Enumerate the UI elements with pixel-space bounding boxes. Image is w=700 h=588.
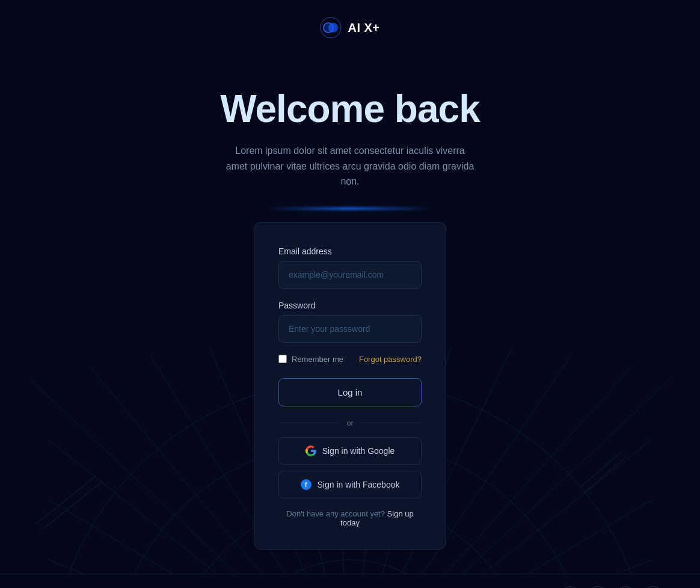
google-signin-label: Sign in with Google [322, 446, 395, 456]
google-icon [305, 446, 316, 456]
svg-line-26 [42, 482, 102, 530]
password-input[interactable] [278, 315, 422, 343]
hero-title: Welcome back [12, 87, 688, 131]
right-deco [580, 452, 628, 500]
hero-section: Welcome back Lorem ipsum dolor sit amet … [0, 51, 700, 228]
svg-line-28 [585, 456, 627, 492]
svg-line-25 [36, 476, 96, 524]
logo-icon [320, 17, 342, 38]
left-deco [36, 476, 108, 548]
password-label: Password [278, 301, 422, 310]
logo-wrapper: AI X+ [320, 17, 379, 38]
google-signin-button[interactable]: Sign in with Google [278, 437, 422, 465]
checkbox-row: Remember me Forgot password? [278, 355, 422, 364]
or-text: or [346, 418, 354, 427]
page-wrapper: AI X+ Welcome back Lorem ipsum dolor sit… [0, 0, 700, 588]
email-label: Email address [278, 247, 422, 256]
or-divider: or [278, 418, 422, 427]
hero-subtitle: Lorem ipsum dolor sit amet consectetur i… [224, 143, 476, 189]
login-button[interactable]: Log in [278, 378, 422, 406]
facebook-signin-label: Sign in with Facebook [318, 480, 400, 489]
or-line-right [361, 423, 422, 423]
top-nav: AI X+ [0, 0, 700, 51]
remember-label[interactable]: Remember me [292, 355, 343, 364]
facebook-signin-button[interactable]: f Sign in with Facebook [278, 471, 422, 498]
password-group: Password [278, 301, 422, 343]
no-account-text: Don't have any account yet? [286, 509, 385, 518]
signup-row: Don't have any account yet? Sign up toda… [278, 509, 422, 527]
remember-checkbox[interactable] [278, 355, 287, 363]
svg-point-32 [328, 23, 338, 32]
remember-me-wrapper: Remember me [278, 355, 343, 364]
email-group: Email address [278, 247, 422, 289]
svg-line-27 [580, 452, 622, 488]
glow-bar [266, 207, 434, 210]
form-card: Email address Password Remember me Forgo… [254, 222, 446, 550]
footer: Copyright © AI X plus | Designed by BRIX… [0, 574, 700, 588]
logo-text: AI X+ [348, 21, 379, 35]
forgot-password-link[interactable]: Forgot password? [359, 355, 422, 364]
facebook-icon: f [301, 479, 312, 490]
or-line-left [278, 423, 339, 423]
email-input[interactable] [278, 261, 422, 289]
